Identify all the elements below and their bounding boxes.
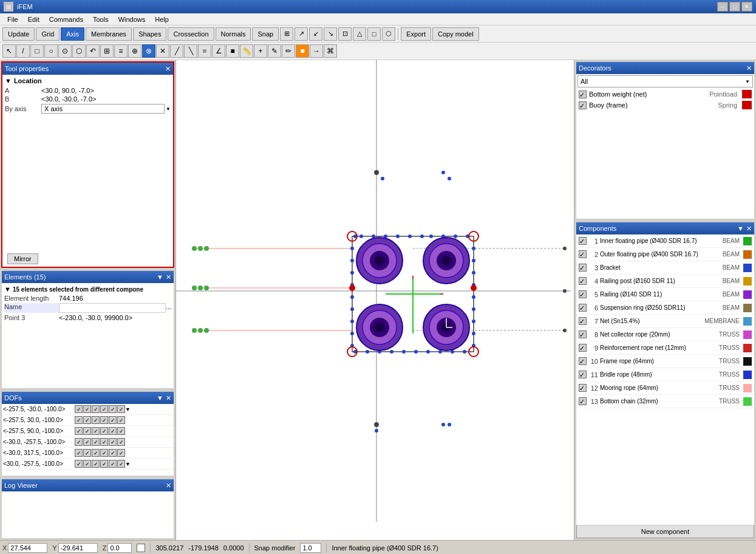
tool-plus[interactable]: +: [254, 44, 267, 58]
byaxis-dropdown[interactable]: X axis ▼: [41, 104, 171, 114]
normals-button[interactable]: Normals: [216, 27, 251, 41]
tool-pen[interactable]: ✎: [268, 44, 281, 58]
dof-cb-4-5[interactable]: ✓: [117, 449, 125, 457]
component-item-3[interactable]: ✓ 4 Railing post (Ø160 SDR 11) BEAM: [576, 275, 754, 288]
axis-button[interactable]: Axis: [61, 27, 84, 41]
tool-circle[interactable]: ○: [44, 44, 58, 58]
tool-bars[interactable]: ≡: [114, 44, 128, 58]
tool-props-close[interactable]: ✕: [165, 65, 171, 73]
component-item-4[interactable]: ✓ 5 Railing (Ø140 SDR 11) BEAM: [576, 288, 754, 301]
icon-btn6[interactable]: △: [353, 27, 366, 41]
snap-modifier-input[interactable]: [300, 543, 321, 553]
component-item-9[interactable]: ✓ 10 Frame rope (64mm) TRUSS: [576, 355, 754, 368]
dof-cb-4-2[interactable]: ✓: [92, 449, 100, 457]
tool-x[interactable]: ✕: [156, 44, 169, 58]
tool-ellipse[interactable]: ⊙: [58, 44, 72, 58]
dof-cb-0-5[interactable]: ✓: [117, 405, 125, 413]
dof-cb-5-1[interactable]: ✓: [83, 460, 91, 468]
dof-cb-2-1[interactable]: ✓: [83, 427, 91, 435]
status-checkbox[interactable]: [137, 544, 145, 552]
tool-grid[interactable]: ⊞: [100, 44, 114, 58]
tool-polygon[interactable]: ⬡: [72, 44, 86, 58]
dof-cb-5-0[interactable]: ✓: [75, 460, 83, 468]
dof-cb-1-2[interactable]: ✓: [92, 416, 100, 424]
dof-cb-0-0[interactable]: ✓: [75, 405, 83, 413]
crossection-button[interactable]: Crossection: [168, 27, 214, 41]
tool-arrow-right[interactable]: →: [310, 44, 323, 58]
export-button[interactable]: Export: [401, 27, 431, 41]
dof-cb-2-3[interactable]: ✓: [100, 427, 108, 435]
dof-cb-2-4[interactable]: ✓: [109, 427, 117, 435]
elements-arrow[interactable]: ▼: [157, 273, 163, 281]
icon-btn8[interactable]: ⬡: [382, 27, 395, 41]
dof-cb-4-0[interactable]: ✓: [75, 449, 83, 457]
comp-cb-10[interactable]: ✓: [579, 371, 587, 378]
tool-diagonal2[interactable]: ╲: [184, 44, 197, 58]
minimize-button[interactable]: ─: [717, 2, 728, 12]
component-item-1[interactable]: ✓ 2 Outer floating pipe (Ø400 SDR 16.7) …: [576, 248, 754, 261]
membranes-button[interactable]: Membranes: [86, 27, 132, 41]
dof-cb-1-5[interactable]: ✓: [117, 416, 125, 424]
comp-cb-4[interactable]: ✓: [579, 290, 587, 298]
dof-cb-3-5[interactable]: ✓: [117, 438, 125, 446]
dof-cb-1-0[interactable]: ✓: [75, 416, 83, 424]
dof-cb-2-0[interactable]: ✓: [75, 427, 83, 435]
dof-cb-0-2[interactable]: ✓: [92, 405, 100, 413]
icon-btn1[interactable]: ⊞: [280, 27, 293, 41]
dof-cb-5-4[interactable]: ✓: [109, 460, 117, 468]
dofs-arrow[interactable]: ▼: [157, 394, 163, 402]
icon-btn2[interactable]: ↗: [295, 27, 308, 41]
dof-cb-0-1[interactable]: ✓: [83, 405, 91, 413]
dofs-close[interactable]: ✕: [166, 394, 171, 402]
decorator-filter[interactable]: All ▼: [577, 75, 753, 87]
maximize-button[interactable]: □: [729, 2, 740, 12]
dof-cb-3-4[interactable]: ✓: [109, 438, 117, 446]
comp-cb-12[interactable]: ✓: [579, 397, 587, 405]
component-item-2[interactable]: ✓ 3 Bracket BEAM: [576, 261, 754, 275]
dof-cb-4-1[interactable]: ✓: [83, 449, 91, 457]
dof-cb-4-4[interactable]: ✓: [109, 449, 117, 457]
comp-cb-7[interactable]: ✓: [579, 330, 587, 338]
menu-file[interactable]: File: [2, 15, 23, 24]
icon-btn4[interactable]: ↘: [324, 27, 337, 41]
comp-cb-9[interactable]: ✓: [579, 357, 587, 365]
shapes-button[interactable]: Shapes: [133, 27, 166, 41]
dof-cb-1-4[interactable]: ✓: [109, 416, 117, 424]
dof-cb-0-3[interactable]: ✓: [100, 405, 108, 413]
copy-model-button[interactable]: Copy model: [432, 27, 479, 41]
tool-active[interactable]: ⊗: [142, 44, 155, 58]
menu-tools[interactable]: Tools: [88, 15, 114, 24]
component-item-7[interactable]: ✓ 8 Net collector rope (20mm) TRUSS: [576, 328, 754, 341]
comp-cb-1[interactable]: ✓: [579, 250, 587, 258]
update-button[interactable]: Update: [2, 27, 35, 41]
comp-cb-11[interactable]: ✓: [579, 384, 587, 392]
dof-cb-4-3[interactable]: ✓: [100, 449, 108, 457]
log-close[interactable]: ✕: [166, 482, 171, 490]
tool-stamp[interactable]: ⊕: [128, 44, 141, 58]
new-component-button[interactable]: New component: [576, 525, 754, 538]
tool-diagonal1[interactable]: ╱: [170, 44, 183, 58]
dof-cb-5-3[interactable]: ✓: [100, 460, 108, 468]
close-button[interactable]: ✕: [741, 2, 752, 12]
status-x-input[interactable]: [8, 543, 47, 553]
component-item-12[interactable]: ✓ 13 Bottom chain (32mm) TRUSS: [576, 395, 754, 408]
menu-commands[interactable]: Commands: [44, 15, 88, 24]
mirror-button[interactable]: Mirror: [7, 253, 38, 264]
icon-btn5[interactable]: ⊡: [338, 27, 352, 41]
menu-windows[interactable]: Windows: [114, 15, 151, 24]
dof-cb-2-5[interactable]: ✓: [117, 427, 125, 435]
tool-line[interactable]: /: [16, 44, 30, 58]
decorators-close[interactable]: ✕: [746, 64, 752, 72]
comp-cb-6[interactable]: ✓: [579, 317, 587, 325]
dof-cb-3-3[interactable]: ✓: [100, 438, 108, 446]
component-item-5[interactable]: ✓ 6 Suspension ring (Ø250 SDR11) BEAM: [576, 301, 754, 315]
elem-name-dots[interactable]: ...: [166, 303, 171, 313]
dof-cb-3-2[interactable]: ✓: [92, 438, 100, 446]
tool-edit[interactable]: ✏: [282, 44, 295, 58]
icon-btn3[interactable]: ↙: [309, 27, 322, 41]
comp-cb-8[interactable]: ✓: [579, 344, 587, 352]
grid-button[interactable]: Grid: [36, 27, 60, 41]
component-item-10[interactable]: ✓ 11 Bridle rope (48mm) TRUSS: [576, 368, 754, 381]
comp-cb-0[interactable]: ✓: [579, 237, 587, 245]
dof-cb-0-4[interactable]: ✓: [109, 405, 117, 413]
